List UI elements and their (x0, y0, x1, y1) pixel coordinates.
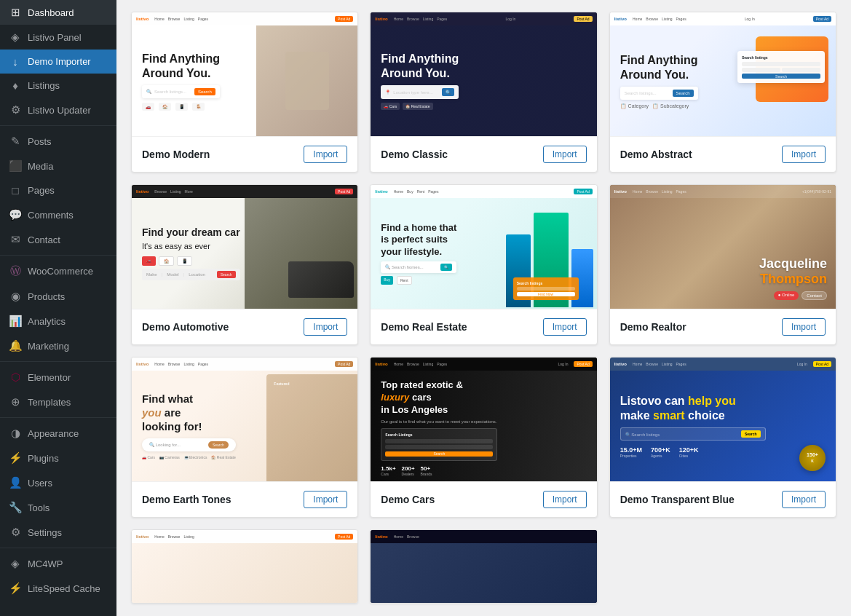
demo-card-realtor: listivo HomeBrowseListingPages +1(044)76… (609, 184, 836, 345)
sidebar-item-comments[interactable]: 💬 Comments (0, 202, 116, 227)
demo-nav-links: BrowseListingMore (154, 189, 193, 194)
import-button-modern[interactable]: Import (304, 146, 347, 163)
sidebar-item-appearance[interactable]: ◑ Appearance (0, 421, 116, 446)
demo-nav-links: HomeBrowseListingPages (633, 17, 686, 21)
demo-nav-links: HomeBrowseListingPages (633, 362, 686, 366)
sidebar-item-settings[interactable]: ⚙ Settings (0, 520, 116, 545)
demo-card-footer: Demo Real Estate Import (371, 309, 596, 344)
demo-card-extra1: listivo HomeBrowseListing Post Ad (131, 529, 358, 604)
import-button-abstract[interactable]: Import (782, 146, 826, 163)
sidebar-item-litespeed[interactable]: ⚡ LiteSpeed Cache (0, 576, 116, 601)
listings-icon: ♦ (9, 79, 22, 92)
sidebar-item-woocommerce[interactable]: Ⓦ WooCommerce (0, 258, 116, 284)
sidebar-item-posts[interactable]: ✎ Posts (0, 129, 116, 154)
sidebar-item-listivo-updater[interactable]: ⚙ Listivo Updater (0, 98, 116, 122)
sidebar-item-plugins[interactable]: ⚡ Plugins (0, 446, 116, 470)
demo-nav-bar: listivo HomeBrowseListingPages +1(044)76… (610, 185, 836, 198)
demo-search-btn: 🔍 (442, 88, 454, 96)
sidebar-item-media[interactable]: ⬛ Media (0, 154, 116, 178)
sidebar-item-pages[interactable]: □ Pages (0, 178, 116, 202)
plugins-icon: ⚡ (9, 451, 22, 465)
sidebar-item-marketing[interactable]: 🔔 Marketing (0, 333, 116, 358)
sidebar-item-label: WooCommerce (28, 266, 93, 277)
separator-3 (0, 361, 116, 362)
demo-card-footer: Demo Automotive Import (132, 309, 357, 344)
demo-logo: listivo (375, 534, 387, 539)
demo-nav-bar: listivo HomeBrowseListingPages Log In Po… (610, 358, 836, 371)
demo-card-modern: listivo HomeBrowseListingPages Post Ad F… (131, 12, 358, 173)
sidebar-item-label: Elementor (28, 372, 71, 383)
sidebar-item-mc4wp[interactable]: ◈ MC4WP (0, 551, 116, 576)
demo-nav-cta: Post Ad (335, 189, 353, 194)
demo-card-title: Demo Classic (381, 149, 448, 160)
sidebar-item-label: Settings (28, 527, 62, 538)
demo-logo: listivo (375, 17, 387, 21)
analytics-icon: 📊 (9, 315, 22, 328)
import-button-automotive[interactable]: Import (304, 318, 347, 336)
sidebar-item-contact[interactable]: ✉ Contact (0, 227, 116, 252)
pages-icon: □ (9, 184, 22, 197)
demo-card-footer: Demo Realtor Import (610, 309, 836, 344)
sidebar-item-label: Dashboard (28, 7, 74, 18)
demo-nav-cta: Post Ad (574, 361, 592, 367)
demo-hero-title: Find AnythingAround You. (142, 52, 220, 81)
sidebar-item-label: Contact (28, 234, 60, 245)
litespeed-icon: ⚡ (9, 582, 22, 595)
comments-icon: 💬 (9, 208, 22, 221)
demo-card-realestate: listivo HomeBuyRentPages Post Ad Find a … (370, 184, 597, 345)
demo-nav-bar: listivo HomeBrowseListingPages Log In Po… (610, 12, 836, 25)
sidebar-item-elementor[interactable]: ⬡ Elementor (0, 365, 116, 390)
demo-logo: listivo (136, 362, 149, 366)
demo-hero-text: Top rated exotic &luxury carsin Los Ange… (381, 379, 497, 476)
demo-card-automotive: listivo BrowseListingMore Post Ad Find y… (131, 184, 358, 345)
sidebar-item-tools[interactable]: 🔧 Tools (0, 495, 116, 520)
demo-hero-title: Find whatyou arelooking for! (142, 392, 236, 433)
demo-hero-title: Find AnythingAround You. (381, 52, 459, 81)
demo-nav-cta: Post Ad (335, 534, 353, 540)
sidebar-item-label: Appearance (28, 428, 79, 439)
demo-thumbnail-cars: listivo HomeBrowseListingPages Log In Po… (371, 358, 596, 481)
demo-card-earthtones: listivo HomeBrowseListingPages Post Ad F… (131, 357, 358, 518)
import-button-realtor[interactable]: Import (782, 318, 826, 336)
sidebar-item-label: Pages (28, 185, 55, 196)
demo-logo: listivo (614, 189, 627, 194)
demo-card-footer: Demo Classic Import (371, 136, 596, 172)
templates-icon: ⊕ (9, 395, 22, 408)
sidebar-item-dashboard[interactable]: ⊞ Dashboard (0, 0, 116, 25)
demo-nav-bar: listivo HomeBrowseListingPages Post Ad (132, 12, 357, 25)
demo-hero-text: Find your dream carIt's as easy as ever … (142, 226, 240, 280)
demo-importer-icon: ↓ (9, 55, 22, 68)
dashboard-icon: ⊞ (9, 6, 22, 19)
demo-nav-bar: listivo HomeBrowseListingPages Log In Po… (371, 358, 596, 371)
demo-nav-bar: listivo HomeBrowse (371, 530, 596, 543)
contact-icon: ✉ (9, 233, 22, 246)
sidebar-item-label: Posts (28, 136, 52, 147)
demo-nav-bar: listivo HomeBrowseListingPages Post Ad (132, 358, 357, 371)
import-button-transparentblue[interactable]: Import (782, 491, 826, 508)
sidebar-item-templates[interactable]: ⊕ Templates (0, 390, 116, 414)
import-button-realestate[interactable]: Import (543, 318, 587, 336)
separator-1 (0, 125, 116, 126)
sidebar-item-label: Marketing (28, 341, 69, 352)
woo-icon: Ⓦ (9, 264, 22, 278)
import-button-cars[interactable]: Import (543, 491, 587, 508)
import-button-earthtones[interactable]: Import (304, 491, 347, 508)
demo-card-abstract: listivo HomeBrowseListingPages Log In Po… (609, 12, 836, 173)
demo-logo: listivo (136, 17, 149, 21)
demo-nav-cta: Post Ad (813, 361, 831, 367)
sidebar-item-analytics[interactable]: 📊 Analytics (0, 309, 116, 333)
sidebar-item-users[interactable]: 👤 Users (0, 470, 116, 495)
demo-nav-cta: Post Ad (335, 361, 353, 367)
demo-hero-text: Listovo can help youmake smart choice 🔍 … (620, 394, 766, 458)
sidebar-item-label: MC4WP (28, 558, 63, 569)
sidebar-item-label: Comments (28, 210, 74, 221)
sidebar-item-listings[interactable]: ♦ Listings (0, 74, 116, 98)
import-button-classic[interactable]: Import (543, 146, 587, 163)
sidebar-item-demo-importer[interactable]: ↓ Demo Importer (0, 50, 116, 74)
sidebar-item-label: Products (28, 291, 65, 302)
sidebar-item-products[interactable]: ◉ Products (0, 284, 116, 309)
demo-logo: listivo (375, 189, 387, 194)
demo-thumbnail-extra2: listivo HomeBrowse (371, 530, 596, 603)
sidebar-item-listivo-panel[interactable]: ◈ Listivo Panel (0, 25, 116, 50)
demo-nav-bar: listivo HomeBrowseListing Post Ad (132, 530, 357, 543)
